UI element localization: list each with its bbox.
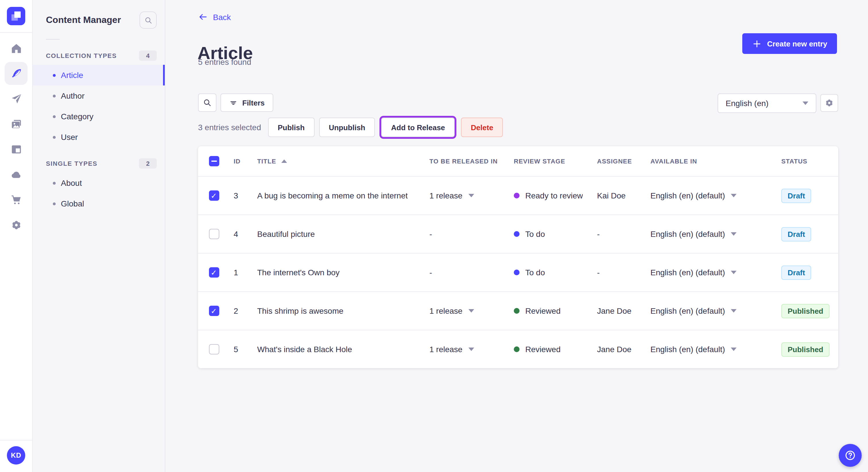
row-assignee: Jane Doe [597, 306, 631, 315]
column-header-review-stage: REVIEW STAGE [514, 158, 565, 165]
row-review-stage: Reviewed [525, 306, 561, 315]
delete-button[interactable]: Delete [461, 117, 503, 137]
settings-gear-icon[interactable] [5, 213, 28, 236]
entries-table: ID TITLE TO BE RELEASED IN REVIEW STAGE … [198, 146, 838, 368]
create-new-entry-button[interactable]: Create new entry [742, 33, 837, 54]
table-row[interactable]: 1 The internet's Own boy - To do - Engli… [198, 253, 838, 291]
row-title: What's inside a Black Hole [257, 345, 352, 354]
row-assignee: - [597, 229, 600, 239]
app-window: KD Content Manager COLLECTION TYPES 4 Ar… [0, 0, 868, 472]
strapi-logo[interactable] [7, 7, 25, 25]
bullet-icon [53, 74, 56, 76]
content-type-builder-icon[interactable] [5, 138, 28, 161]
releases-paper-plane-icon[interactable] [5, 87, 28, 110]
row-id: 4 [234, 229, 238, 239]
table-row[interactable]: 4 Beautiful picture - To do - English (e… [198, 214, 838, 253]
stage-dot-icon [514, 231, 520, 237]
row-locale-dropdown[interactable]: English (en) (default) [650, 229, 772, 239]
sort-ascending-icon [281, 160, 287, 163]
column-header-assignee: ASSIGNEE [597, 158, 632, 165]
row-checkbox[interactable] [209, 267, 219, 278]
sidebar-item-about[interactable]: About [32, 173, 165, 193]
add-to-release-button[interactable]: Add to Release [381, 117, 455, 137]
search-icon [203, 98, 212, 107]
cloud-icon[interactable] [5, 163, 28, 186]
column-header-available-in: AVAILABLE IN [650, 158, 697, 165]
main-content: Back Article 5 entries found Create new … [165, 0, 868, 472]
column-header-title-sort[interactable]: TITLE [257, 158, 429, 165]
chevron-down-icon [468, 347, 474, 351]
bullet-icon [53, 136, 56, 138]
chevron-down-icon [468, 309, 474, 312]
sidebar-item-author[interactable]: Author [32, 86, 165, 106]
chevron-down-icon [731, 232, 737, 236]
row-assignee: Jane Doe [597, 345, 631, 354]
sidebar-section: SINGLE TYPES 2 About Global [32, 158, 165, 214]
bullet-icon [53, 115, 56, 118]
row-checkbox[interactable] [209, 344, 219, 355]
row-release-dropdown[interactable]: 1 release [429, 345, 514, 354]
filter-icon [229, 98, 238, 107]
locale-select[interactable]: English (en) [718, 94, 816, 113]
plus-icon [752, 39, 762, 48]
unpublish-button[interactable]: Unpublish [319, 117, 375, 137]
stage-dot-icon [514, 193, 520, 198]
chevron-down-icon [731, 194, 737, 197]
publish-button[interactable]: Publish [268, 117, 314, 137]
selection-summary: 3 entries selected [198, 123, 261, 132]
selection-bar: 3 entries selected Publish Unpublish Add… [198, 117, 503, 137]
row-id: 1 [234, 268, 238, 277]
status-badge: Published [781, 342, 830, 357]
user-avatar[interactable]: KD [7, 446, 25, 465]
select-all-checkbox[interactable] [209, 156, 219, 166]
sidebar-item-user[interactable]: User [32, 127, 165, 147]
back-link[interactable]: Back [198, 12, 231, 22]
row-release-dropdown[interactable]: - [429, 229, 514, 239]
table-row[interactable]: 3 A bug is becoming a meme on the intern… [198, 176, 838, 214]
media-library-icon[interactable] [5, 112, 28, 135]
table-header-row: ID TITLE TO BE RELEASED IN REVIEW STAGE … [198, 146, 838, 176]
row-release-dropdown[interactable]: 1 release [429, 191, 514, 200]
table-row[interactable]: 2 This shrimp is awesome 1 release Revie… [198, 291, 838, 330]
status-badge: Draft [781, 189, 811, 203]
search-button[interactable] [198, 94, 216, 112]
bullet-icon [53, 202, 56, 205]
column-header-status: STATUS [781, 158, 807, 165]
row-locale-dropdown[interactable]: English (en) (default) [650, 191, 772, 200]
entries-count: 5 entries found [198, 57, 251, 67]
table-body: 3 A bug is becoming a meme on the intern… [198, 176, 838, 368]
row-locale-dropdown[interactable]: English (en) (default) [650, 345, 772, 354]
row-release-dropdown[interactable]: - [429, 268, 514, 277]
sidebar-item-category[interactable]: Category [32, 106, 165, 127]
status-badge: Published [781, 304, 830, 318]
sidebar-item-article[interactable]: Article [32, 65, 165, 86]
sidebar-search-button[interactable] [140, 11, 157, 29]
stage-dot-icon [514, 346, 520, 352]
stage-dot-icon [514, 308, 520, 314]
chevron-down-icon [731, 271, 737, 274]
home-icon[interactable] [5, 37, 28, 60]
row-checkbox[interactable] [209, 306, 219, 316]
chevron-down-icon [468, 194, 474, 197]
sidebar-section: COLLECTION TYPES 4 Article Author Catego… [32, 50, 165, 147]
row-locale-dropdown[interactable]: English (en) (default) [650, 306, 772, 315]
section-label: SINGLE TYPES [46, 160, 97, 167]
stage-dot-icon [514, 270, 520, 275]
sidebar-divider [46, 39, 60, 40]
content-manager-feather-icon[interactable] [5, 62, 28, 85]
row-release-dropdown[interactable]: 1 release [429, 306, 514, 315]
row-title: A bug is becoming a meme on the internet [257, 191, 408, 200]
section-count-badge: 4 [139, 50, 157, 61]
marketplace-cart-icon[interactable] [5, 188, 28, 211]
view-settings-gear-button[interactable] [820, 94, 838, 112]
table-row[interactable]: 5 What's inside a Black Hole 1 release R… [198, 330, 838, 368]
chevron-down-icon [731, 309, 737, 312]
row-locale-dropdown[interactable]: English (en) (default) [650, 268, 772, 277]
filters-button[interactable]: Filters [220, 94, 273, 112]
row-checkbox[interactable] [209, 191, 219, 201]
sidebar-item-global[interactable]: Global [32, 193, 165, 214]
row-review-stage: To do [525, 229, 545, 239]
help-button[interactable] [839, 444, 862, 467]
row-checkbox[interactable] [209, 229, 219, 239]
section-count-badge: 2 [139, 158, 157, 169]
